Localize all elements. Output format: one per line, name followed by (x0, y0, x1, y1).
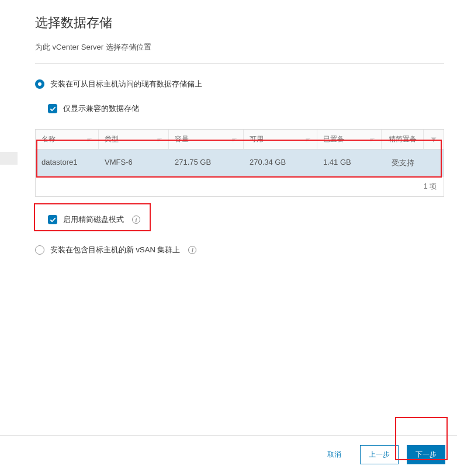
sort-icon (157, 137, 162, 143)
sort-icon (86, 137, 92, 143)
checkbox-icon-checked (48, 215, 57, 224)
col-header-capacity-label: 容量 (175, 134, 189, 144)
col-header-type-label: 类型 (105, 134, 119, 144)
radio-vsan-cluster[interactable]: 安装在包含目标主机的新 vSAN 集群上 i (35, 245, 444, 255)
page-subtitle: 为此 vCenter Server 选择存储位置 (35, 42, 444, 64)
cell-type: VMFS-6 (99, 158, 169, 168)
page-title: 选择数据存储 (35, 14, 444, 32)
wizard-footer: 取消 上一步 下一步 (0, 435, 457, 476)
info-icon[interactable]: i (132, 216, 140, 224)
sort-icon (369, 137, 375, 143)
col-header-provisioned[interactable]: 已置备 (317, 130, 382, 149)
filter-icon[interactable] (424, 130, 444, 149)
col-header-type[interactable]: 类型 (99, 130, 169, 149)
radio-existing-datastore[interactable]: 安装在可从目标主机访问的现有数据存储储上 (35, 79, 444, 89)
cancel-button[interactable]: 取消 (317, 446, 352, 464)
sort-icon (305, 137, 311, 143)
cell-free: 270.34 GB (244, 158, 317, 168)
col-header-thin-label: 精简置备 (389, 134, 417, 144)
checkbox-show-compatible[interactable]: 仅显示兼容的数据存储 (48, 103, 444, 114)
info-icon[interactable]: i (188, 246, 196, 254)
radio-icon-selected (35, 79, 44, 89)
radio-icon-unselected (35, 245, 44, 255)
checkbox-icon-checked (48, 104, 57, 113)
col-header-free-label: 可用 (250, 134, 264, 144)
table-row[interactable]: datastore1 VMFS-6 271.75 GB 270.34 GB 1.… (36, 150, 444, 177)
cell-capacity: 271.75 GB (169, 158, 244, 168)
table-footer-count: 1 项 (36, 177, 444, 196)
checkbox-enable-thin-label: 启用精简磁盘模式 (63, 214, 124, 225)
sort-icon (231, 137, 237, 143)
col-header-thin[interactable]: 精简置备 (382, 130, 424, 149)
next-button[interactable]: 下一步 (407, 445, 445, 464)
radio-existing-label: 安装在可从目标主机访问的现有数据存储储上 (50, 79, 202, 89)
checkbox-show-compatible-label: 仅显示兼容的数据存储 (63, 103, 139, 114)
cell-name: datastore1 (36, 158, 99, 168)
checkbox-enable-thin[interactable]: 启用精简磁盘模式 i (48, 214, 444, 225)
left-stub (0, 152, 18, 165)
col-header-name[interactable]: 名称 (36, 130, 99, 149)
cell-provisioned: 1.41 GB (317, 158, 382, 168)
radio-vsan-label: 安装在包含目标主机的新 vSAN 集群上 (50, 245, 180, 255)
col-header-name-label: 名称 (41, 134, 56, 144)
datastore-table: 名称 类型 容量 可用 已置备 (35, 129, 444, 197)
cell-thin: 受支持 (382, 158, 424, 168)
col-header-capacity[interactable]: 容量 (169, 130, 244, 149)
col-header-free[interactable]: 可用 (244, 130, 317, 149)
table-header-row: 名称 类型 容量 可用 已置备 (36, 129, 444, 150)
back-button[interactable]: 上一步 (360, 445, 399, 464)
col-header-provisioned-label: 已置备 (323, 134, 344, 144)
